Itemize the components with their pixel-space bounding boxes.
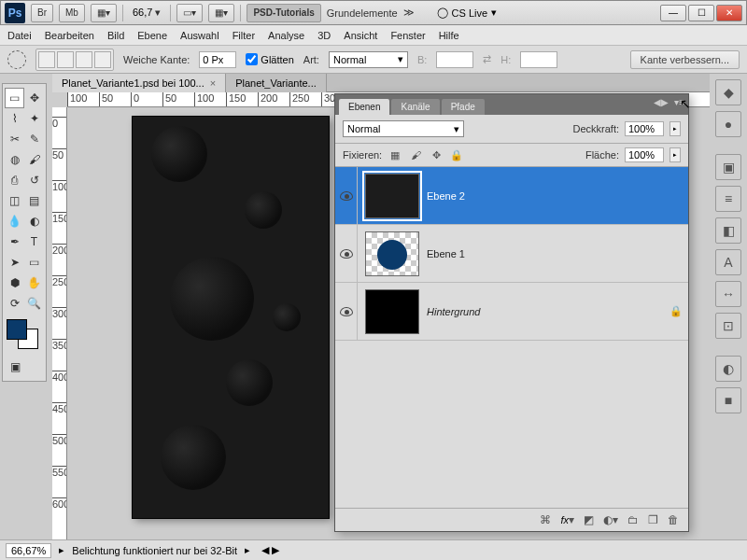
adjustment-layer-icon[interactable]: ◐▾	[603, 513, 618, 526]
color-swatches[interactable]	[5, 319, 46, 357]
menu-bearbeiten[interactable]: Bearbeiten	[45, 30, 94, 41]
arrange-button[interactable]: ▭▾	[176, 4, 203, 22]
dock-masks-icon[interactable]: ≡	[715, 186, 741, 212]
antialias-checkbox[interactable]: Glätten	[246, 53, 293, 65]
cs-live-button[interactable]: ◯ CS Live ▾	[437, 7, 498, 19]
tool-crop[interactable]: ✂	[5, 129, 24, 149]
visibility-toggle[interactable]	[340, 307, 353, 316]
layer-name[interactable]: Hintergrund	[427, 306, 669, 317]
workspace-tutorials-button[interactable]: PSD-Tutorials	[247, 4, 320, 22]
minimize-button[interactable]: —	[660, 5, 686, 21]
opacity-input[interactable]: 100%	[625, 121, 664, 136]
dock-character-icon[interactable]: A	[715, 249, 741, 275]
tool-quickmask[interactable]: ▣	[5, 357, 25, 377]
menu-ansicht[interactable]: Ansicht	[344, 30, 377, 41]
menu-datei[interactable]: Datei	[7, 30, 32, 41]
selection-add-button[interactable]	[57, 51, 74, 68]
menu-3d[interactable]: 3D	[317, 30, 331, 41]
minibridge-button[interactable]: Mb	[59, 4, 85, 22]
layer-thumbnail[interactable]	[365, 174, 419, 218]
blend-mode-select[interactable]: Normal▾	[343, 120, 464, 137]
tool-marquee[interactable]: ▭	[5, 88, 24, 108]
document-tab-2[interactable]: Planet_Variante...	[226, 74, 327, 92]
layer-name[interactable]: Ebene 1	[427, 248, 688, 259]
selection-subtract-button[interactable]	[76, 51, 92, 68]
dock-navigator-icon[interactable]: ◐	[715, 356, 741, 382]
layer-row-hintergrund[interactable]: Hintergrund 🔒	[335, 283, 688, 341]
panel-menu-icon[interactable]: ▾≡	[674, 97, 684, 107]
close-tab-icon[interactable]: ×	[210, 77, 216, 89]
layer-fx-icon[interactable]: fx▾	[560, 513, 574, 526]
lock-transparency-icon[interactable]: ▦	[388, 147, 402, 162]
new-layer-icon[interactable]: ❐	[648, 513, 658, 526]
screen-mode-button[interactable]: ▦▾	[91, 4, 117, 22]
tool-stamp[interactable]: ⎙	[5, 170, 24, 190]
marquee-tool-icon[interactable]	[7, 50, 26, 69]
status-nav-icon[interactable]: ▸	[59, 544, 64, 556]
menu-auswahl[interactable]: Auswahl	[180, 30, 219, 41]
tool-heal[interactable]: ◍	[5, 149, 24, 170]
canvas[interactable]	[133, 117, 329, 518]
tool-shape[interactable]: ▭	[24, 252, 44, 273]
tool-eyedropper[interactable]: ✎	[24, 129, 44, 149]
status-info[interactable]: Belichtung funktioniert nur bei 32-Bit	[72, 545, 237, 556]
tab-ebenen[interactable]: Ebenen	[339, 99, 389, 115]
menu-fenster[interactable]: Fenster	[390, 30, 425, 41]
tool-wand[interactable]: ✦	[24, 108, 44, 129]
tool-gradient[interactable]: ▤	[24, 190, 44, 211]
status-zoom[interactable]: 66,67%	[6, 543, 51, 558]
fill-flyout[interactable]: ▸	[669, 147, 681, 162]
zoom-level[interactable]: 66,7 ▾	[129, 7, 164, 19]
menu-hilfe[interactable]: Hilfe	[439, 30, 459, 41]
layer-row-ebene2[interactable]: Ebene 2	[335, 167, 688, 225]
layer-name[interactable]: Ebene 2	[427, 190, 688, 202]
tab-kanaele[interactable]: Kanäle	[391, 99, 439, 115]
layer-list[interactable]: Ebene 2 Ebene 1 Hintergrund 🔒	[335, 167, 688, 509]
selection-new-button[interactable]	[38, 51, 55, 68]
tool-history-brush[interactable]: ↺	[24, 170, 44, 190]
dock-info-icon[interactable]: ⊡	[715, 313, 741, 339]
lock-pixels-icon[interactable]: 🖌	[408, 147, 423, 162]
menu-ebene[interactable]: Ebene	[137, 30, 167, 41]
fill-input[interactable]: 100%	[625, 147, 664, 162]
foreground-color-swatch[interactable]	[7, 319, 27, 340]
workspace-more[interactable]: ≫	[403, 7, 415, 19]
visibility-toggle[interactable]	[340, 191, 353, 201]
delete-layer-icon[interactable]: 🗑	[668, 513, 679, 526]
extras-button[interactable]: ▦▾	[208, 4, 234, 22]
ruler-vertical[interactable]: 050100150200250300350400450500550600	[52, 107, 67, 539]
tool-move[interactable]: ✥	[24, 88, 44, 108]
panel-collapse-icon[interactable]: ◀▶	[654, 97, 669, 107]
menu-bild[interactable]: Bild	[107, 30, 124, 41]
style-select[interactable]: Normal▾	[329, 51, 408, 68]
close-button[interactable]: ✕	[716, 5, 742, 21]
dock-swatches-icon[interactable]: ●	[715, 111, 741, 137]
tool-type[interactable]: T	[24, 231, 44, 252]
tool-rotate[interactable]: ⟳	[5, 293, 24, 314]
dock-paragraph-icon[interactable]: ↔	[715, 281, 741, 307]
menu-analyse[interactable]: Analyse	[268, 30, 304, 41]
layer-row-ebene1[interactable]: Ebene 1	[335, 225, 688, 283]
bridge-button[interactable]: Br	[31, 4, 53, 22]
dock-color-icon[interactable]: ◆	[715, 79, 741, 105]
lock-all-icon[interactable]: 🔒	[449, 147, 464, 162]
layer-thumbnail[interactable]	[365, 231, 419, 276]
tool-pen[interactable]: ✒	[5, 231, 24, 252]
dock-styles-icon[interactable]: ◧	[715, 217, 741, 244]
tool-dodge[interactable]: ◐	[24, 211, 44, 231]
opacity-flyout[interactable]: ▸	[669, 121, 681, 136]
selection-intersect-button[interactable]	[94, 51, 111, 68]
tool-3d[interactable]: ⬢	[5, 273, 24, 293]
maximize-button[interactable]: ☐	[688, 5, 714, 21]
tab-pfade[interactable]: Pfade	[442, 99, 485, 115]
tool-eraser[interactable]: ◫	[5, 190, 24, 211]
dock-histogram-icon[interactable]: ■	[715, 387, 741, 413]
tool-zoom[interactable]: 🔍	[24, 293, 44, 314]
link-layers-icon[interactable]: ⌘	[540, 513, 551, 526]
tool-blur[interactable]: 💧	[5, 211, 24, 231]
visibility-toggle[interactable]	[340, 249, 353, 259]
status-info-arrow[interactable]: ▸	[245, 544, 250, 556]
lock-position-icon[interactable]: ✥	[429, 147, 444, 162]
menu-filter[interactable]: Filter	[233, 30, 255, 41]
workspace-grundelemente[interactable]: Grundelemente	[327, 7, 398, 19]
